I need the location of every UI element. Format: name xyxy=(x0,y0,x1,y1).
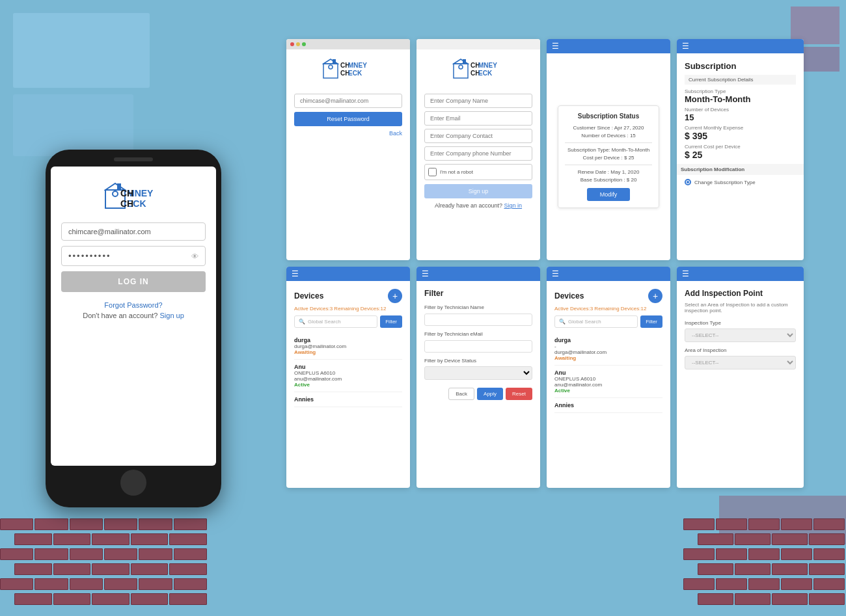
svg-rect-18 xyxy=(463,59,466,64)
screen3-hamburger-icon[interactable]: ☰ xyxy=(552,42,559,51)
screen1-body: CH MNEY CH ECK Reset Password Back xyxy=(286,49,410,260)
screen1-logo-svg: CH MNEY CH ECK xyxy=(322,57,374,85)
device-model: ONEPLUS A6010 xyxy=(294,370,402,376)
num-devices-label: Number of Devices : xyxy=(581,133,628,139)
phone-signup-link[interactable]: Sign up xyxy=(160,312,184,319)
devices-status-2: Active Devices:3 Remaining Devices:12 xyxy=(554,306,662,312)
list-item: durga - durga@mailinator.com Awaiting xyxy=(554,333,662,366)
screen5-header-bar: ☰ xyxy=(286,267,410,281)
device-name: durga xyxy=(554,337,662,343)
screen4-num-devices-label: Number of Devices xyxy=(685,107,796,113)
filter-buttons: Back Apply Reset xyxy=(424,388,532,400)
sub-base-value: 20 xyxy=(631,177,636,183)
deco-top-left-1 xyxy=(13,13,150,88)
screen8-hamburger-icon[interactable]: ☰ xyxy=(682,269,689,278)
screen7-hamburger-icon[interactable]: ☰ xyxy=(552,269,559,278)
screen2-signup-button[interactable]: Sign up xyxy=(424,184,532,198)
device-model: ONEPLUS A6010 xyxy=(554,376,662,382)
screen4-body: Subscription Current Subscription Detail… xyxy=(677,53,804,260)
recaptcha-label: I'm not a robot xyxy=(440,169,473,175)
phone-speaker xyxy=(114,157,153,161)
screen2-email-input[interactable] xyxy=(424,111,532,126)
phone-password-dots: •••••••••• xyxy=(68,251,111,261)
filter-tech-name-label: Filter by Technician Name xyxy=(424,304,532,310)
screen2-company-input[interactable] xyxy=(424,94,532,108)
customer-since-value: Apr 27, 2020 xyxy=(614,125,644,131)
screen2-contact-input[interactable] xyxy=(424,129,532,143)
phone-email-input[interactable]: chimcare@mailinator.com xyxy=(61,222,206,241)
list-item: Anu ONEPLUS A6010 anu@mailinator.com Act… xyxy=(554,366,662,398)
filter-back-button[interactable]: Back xyxy=(448,388,474,400)
phone-home-button[interactable] xyxy=(120,470,146,496)
close-dot[interactable] xyxy=(290,42,294,46)
screen2-logo-svg: CH MNEY CH ECK xyxy=(452,57,504,85)
filter-tech-email-input[interactable] xyxy=(424,340,532,353)
device-email: anu@mailinator.com xyxy=(554,382,662,388)
screen4-expense-value: $ 395 xyxy=(685,131,796,141)
svg-point-19 xyxy=(459,65,463,69)
phone-screen: MNEY CH ECK CH chimcare@mailinator.com •… xyxy=(51,167,216,466)
subscription-status-card: Subscription Status Customer Since : Apr… xyxy=(558,105,660,208)
inspection-type-select[interactable]: --SELECT-- xyxy=(685,328,796,342)
sub-base-label: Base Subscription : $ xyxy=(580,177,630,183)
change-type-radio[interactable] xyxy=(685,179,691,185)
sub-cost-label: Cost per Device : $ xyxy=(582,155,627,161)
devices-add-button-2[interactable]: + xyxy=(648,289,662,303)
filter-reset-button[interactable]: Reset xyxy=(506,388,532,400)
devices-add-button[interactable]: + xyxy=(388,289,402,303)
search-icon: 🔍 xyxy=(299,319,305,325)
phone-outer: MNEY CH ECK CH chimcare@mailinator.com •… xyxy=(46,150,221,507)
screen4-sub-type-label: Subscription Type xyxy=(685,88,796,94)
min-dot[interactable] xyxy=(296,42,300,46)
screen2-signin-link[interactable]: Sign in xyxy=(504,202,523,209)
screen-devices-list: ☰ Devices + Active Devices:3 Remaining D… xyxy=(286,267,410,488)
area-of-inspection-select[interactable]: --SELECT-- xyxy=(685,356,796,369)
screen4-hamburger-icon[interactable]: ☰ xyxy=(682,42,689,51)
filter-title: Filter xyxy=(424,289,532,298)
device-email: durga@mailinator.com xyxy=(554,349,662,355)
sub-modify-button[interactable]: Modify xyxy=(587,188,631,201)
screen1-reset-button[interactable]: Reset Password xyxy=(294,112,402,126)
filter-device-status-select[interactable] xyxy=(424,366,532,380)
screen1-back-link[interactable]: Back xyxy=(294,130,402,137)
screen1-title-bar xyxy=(286,39,410,49)
change-type-label: Change Subscription Type xyxy=(694,180,756,185)
device-status: Awaiting xyxy=(294,349,402,355)
screen2-phone-input[interactable] xyxy=(424,146,532,161)
devices-title: Devices xyxy=(294,291,323,301)
screen4-expense-label: Current Monthly Expense xyxy=(685,125,796,131)
filter-apply-button[interactable]: Apply xyxy=(477,388,503,400)
recaptcha-checkbox[interactable] xyxy=(428,168,437,176)
sub-cost-value: 25 xyxy=(629,155,634,161)
screen1-email-input[interactable] xyxy=(294,94,402,108)
sub-num-devices: Number of Devices : 15 xyxy=(565,133,653,139)
filter-tech-name-input[interactable] xyxy=(424,314,532,326)
eye-icon[interactable]: 👁 xyxy=(191,252,198,260)
screen5-body: Devices + Active Devices:3 Remaining Dev… xyxy=(286,281,410,488)
devices-search-input-2[interactable]: 🔍 Global Search xyxy=(554,315,638,328)
device-name: Anu xyxy=(294,364,402,370)
filter-tech-email-label: Filter by Technician eMail xyxy=(424,331,532,337)
screen2-logo: CH MNEY CH ECK xyxy=(424,57,532,85)
screen5-hamburger-icon[interactable]: ☰ xyxy=(292,269,299,278)
sub-base-row: Base Subscription : $ 20 xyxy=(565,177,653,183)
screen4-current-label: Current Subscription Details xyxy=(685,75,796,85)
screen4-header-bar: ☰ xyxy=(677,39,804,53)
phone-forgot-password[interactable]: Forgot Password? xyxy=(104,301,162,309)
svg-text:CH: CH xyxy=(120,198,133,209)
screen7-header-bar: ☰ xyxy=(547,267,670,281)
devices-search-input[interactable]: 🔍 Global Search xyxy=(294,315,377,328)
devices-title-2: Devices xyxy=(554,291,584,301)
device-model: - xyxy=(554,343,662,349)
devices-status: Active Devices:3 Remaining Devices:12 xyxy=(294,306,402,312)
devices-filter-button-2[interactable]: Filter xyxy=(640,315,662,328)
devices-filter-button[interactable]: Filter xyxy=(380,315,402,328)
search-placeholder-2: Global Search xyxy=(568,319,601,325)
screen4-change-type-option[interactable]: Change Subscription Type xyxy=(685,179,796,185)
screen6-hamburger-icon[interactable]: ☰ xyxy=(422,269,429,278)
screen4-title: Subscription xyxy=(685,61,796,71)
brick-bg-left xyxy=(0,518,208,616)
screen-subscription-details: ☰ Subscription Current Subscription Deta… xyxy=(677,39,804,260)
phone-login-button[interactable]: LOG IN xyxy=(61,271,206,292)
max-dot[interactable] xyxy=(302,42,306,46)
